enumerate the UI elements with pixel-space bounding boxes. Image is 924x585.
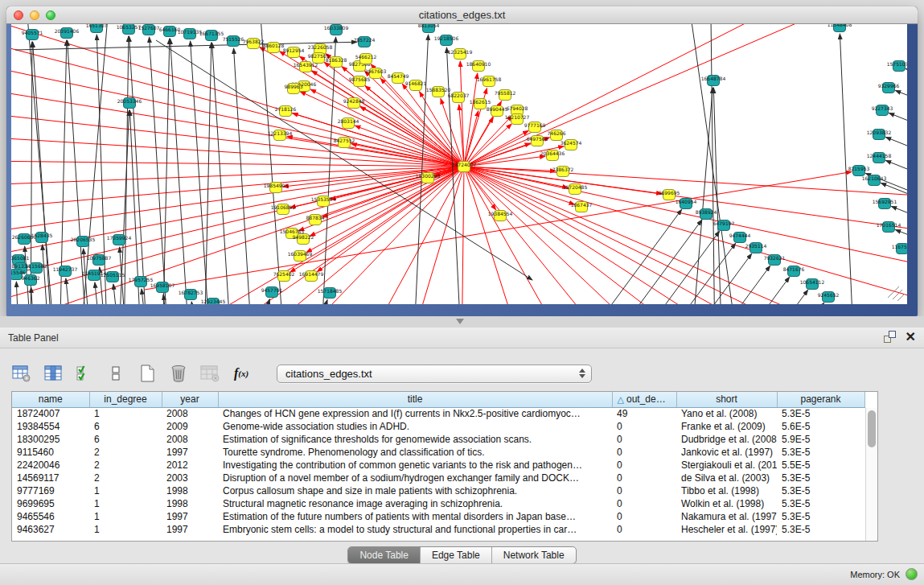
graph-node[interactable]: 16033809 <box>324 25 349 35</box>
graph-node[interactable]: 8912954 <box>283 47 305 58</box>
graph-node[interactable]: 16543912 <box>294 62 318 72</box>
graph-node[interactable]: 8938924 <box>696 209 717 220</box>
graph-node[interactable]: 7955812 <box>495 90 516 101</box>
graph-node[interactable]: 1640954 <box>676 199 697 209</box>
graph-node[interactable]: 9777169 <box>524 122 546 133</box>
network-graph[interactable]: 1872400779638228860128891295423226058982… <box>11 24 907 304</box>
panel-resize-handle[interactable] <box>456 319 464 324</box>
graph-node[interactable]: 10654112 <box>800 279 825 290</box>
graph-node[interactable]: 16039469 <box>288 251 313 262</box>
graph-node[interactable]: 16961758 <box>477 76 502 87</box>
graph-node[interactable]: 1651307 <box>86 24 108 33</box>
graph-node[interactable]: 12923445 <box>201 299 226 305</box>
graph-node[interactable]: 19218506 <box>434 35 459 46</box>
node-table[interactable]: namein_degreeyeartitle△out_de…shortpager… <box>11 391 878 542</box>
graph-node[interactable]: 7625402 <box>273 271 295 282</box>
network-canvas[interactable]: 1872400779638228860128891295423226058982… <box>11 24 907 304</box>
graph-node[interactable]: 887834 <box>306 215 325 225</box>
table-row[interactable]: 1872400712008Changes of HCN gene express… <box>12 407 864 420</box>
network-window-titlebar[interactable]: citations_edges.txt <box>6 6 918 24</box>
graph-node[interactable]: 8813054 <box>418 24 440 33</box>
graph-node[interactable]: 989963 <box>285 84 303 94</box>
graph-node[interactable]: 20364436 <box>540 150 565 161</box>
graph-node[interactable]: 20053346 <box>117 98 142 109</box>
tab-network-table[interactable]: Network Table <box>492 547 576 563</box>
graph-node[interactable]: 9245652 <box>818 292 840 303</box>
graph-node[interactable]: 18640910 <box>466 61 491 72</box>
graph-node[interactable]: 16782753 <box>179 290 203 300</box>
tab-node-table[interactable]: Node Table <box>348 547 421 563</box>
column-header[interactable]: pagerank <box>777 392 864 407</box>
graph-node[interactable]: 1527607 <box>138 25 160 35</box>
graph-node[interactable]: 7857224 <box>354 37 376 47</box>
graph-node[interactable]: 8471676 <box>783 266 805 277</box>
graph-node[interactable]: 9227343 <box>872 105 893 116</box>
new-column-icon[interactable] <box>137 363 158 384</box>
graph-node[interactable]: 9146821 <box>405 80 427 91</box>
table-header-row[interactable]: namein_degreeyeartitle△out_de…shortpager… <box>12 392 864 407</box>
graph-node[interactable]: 10975887 <box>87 255 112 266</box>
graph-node[interactable]: 1528435 <box>31 233 53 243</box>
graph-node[interactable]: 7932621 <box>764 255 786 266</box>
tab-edge-table[interactable]: Edge Table <box>421 547 492 563</box>
graph-nodes[interactable]: 1872400779638228860128891295423226058982… <box>11 24 907 304</box>
graph-node[interactable]: 9329966 <box>878 83 900 93</box>
graph-node[interactable]: 2935114 <box>745 243 767 253</box>
show-columns-icon[interactable] <box>43 363 64 384</box>
column-header[interactable]: year <box>162 392 218 407</box>
table-mode-icon[interactable] <box>11 363 32 384</box>
row-selection-icon[interactable] <box>74 363 95 384</box>
graph-node[interactable]: 15718485 <box>318 288 343 299</box>
column-header[interactable]: △out_de… <box>612 392 676 407</box>
table-chooser-select[interactable]: citations_edges.txt <box>277 365 592 383</box>
graph-node[interactable]: 1167533 <box>892 244 907 254</box>
table-row[interactable]: 1938455462009Genome-wide association stu… <box>12 420 864 433</box>
graph-node[interactable]: 16648784 <box>701 76 726 86</box>
panel-divider[interactable] <box>0 316 924 328</box>
graph-node[interactable]: 9457791 <box>261 287 283 298</box>
graph-node[interactable]: 15720485 <box>563 184 588 195</box>
graph-node[interactable]: 8215953 <box>848 166 870 176</box>
graph-node[interactable]: 9498222 <box>293 234 314 245</box>
graph-node[interactable]: 2718126 <box>275 106 297 117</box>
graph-node[interactable]: 9405571 <box>22 30 43 40</box>
graph-node[interactable]: 16671355 <box>199 31 224 41</box>
graph-node[interactable]: 7963822 <box>243 39 265 49</box>
graph-node[interactable]: 946362 <box>22 275 40 286</box>
vertical-scrollbar[interactable] <box>865 408 877 541</box>
function-builder-icon[interactable]: f(x) <box>231 363 252 384</box>
graph-node[interactable]: 15751074 <box>887 61 907 72</box>
table-row[interactable]: 1456911722003Disruption of a novel membe… <box>12 472 864 484</box>
graph-node[interactable]: 16958107 <box>150 282 175 293</box>
graph-node[interactable]: 11548408 <box>827 24 852 32</box>
graph-node[interactable]: 746266 <box>548 130 566 141</box>
graph-node[interactable]: 9474444 <box>729 233 751 243</box>
float-panel-icon[interactable] <box>884 331 896 343</box>
row-height-icon[interactable] <box>105 363 126 384</box>
graph-node[interactable]: 20391406 <box>55 28 80 39</box>
close-panel-icon[interactable]: ✕ <box>906 331 916 343</box>
graph-node[interactable]: 12325419 <box>448 49 473 60</box>
column-header[interactable]: in_degree <box>89 392 162 407</box>
graph-node[interactable]: 17359924 <box>107 235 132 245</box>
column-header[interactable]: name <box>12 392 89 407</box>
table-row[interactable]: 946362711997Embryonic stem cells: a mode… <box>12 523 864 536</box>
graph-node[interactable]: 6822037 <box>448 93 470 103</box>
graph-node[interactable]: 19384554 <box>488 211 513 221</box>
table-row[interactable]: 911546021997Tourette syndrome. Phenomeno… <box>12 446 864 459</box>
table-row[interactable]: 946554611997Estimation of the future num… <box>12 510 864 523</box>
column-header[interactable]: title <box>218 392 612 407</box>
delete-column-icon[interactable] <box>168 363 189 384</box>
graph-node[interactable]: 20206535 <box>71 237 96 247</box>
graph-node[interactable]: 11942737 <box>53 266 78 277</box>
graph-node[interactable]: 9875685 <box>349 76 371 87</box>
scrollbar-thumb[interactable] <box>868 410 876 447</box>
column-header[interactable]: short <box>676 392 777 407</box>
table-row[interactable]: 1830029562008Estimation of significance … <box>12 433 864 446</box>
graph-node[interactable]: 7386372 <box>552 167 574 177</box>
graph-node[interactable]: 12213394 <box>268 130 293 141</box>
table-row[interactable]: 969969511998Structural magnetic resonanc… <box>12 497 864 510</box>
graph-node[interactable]: 1067437 <box>571 202 593 212</box>
table-row[interactable]: 2242004622012Investigating the contribut… <box>12 459 864 472</box>
graph-node[interactable]: 2803144 <box>338 118 359 129</box>
